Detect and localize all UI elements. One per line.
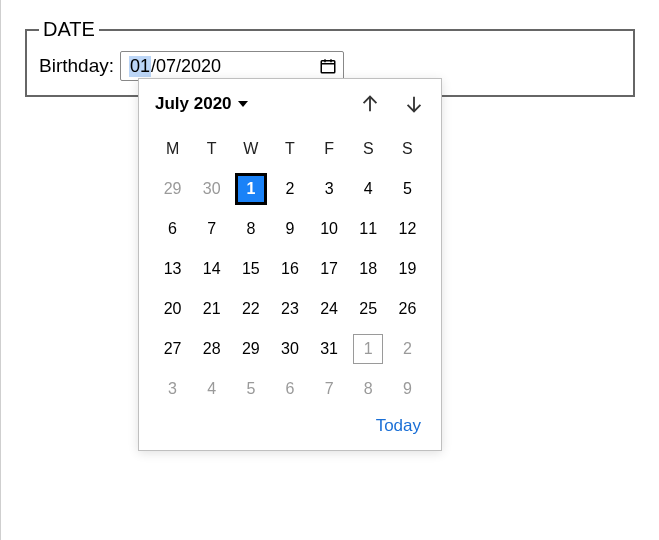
svg-rect-0 <box>321 61 335 73</box>
weekday-header: F <box>310 129 349 169</box>
calendar-day[interactable]: 14 <box>192 249 231 289</box>
birthday-label: Birthday: <box>39 55 114 77</box>
calendar-day[interactable]: 19 <box>388 249 427 289</box>
fieldset-legend: DATE <box>39 18 99 41</box>
calendar-day[interactable]: 30 <box>270 329 309 369</box>
month-nav <box>359 93 425 115</box>
calendar-day[interactable]: 2 <box>270 169 309 209</box>
weekday-header: S <box>388 129 427 169</box>
today-button[interactable]: Today <box>376 416 421 435</box>
month-year-button[interactable]: July 2020 <box>155 94 248 114</box>
calendar-day[interactable]: 4 <box>349 169 388 209</box>
calendar-grid: MTWTFSS 29301234567891011121314151617181… <box>153 129 427 409</box>
calendar-day[interactable]: 21 <box>192 289 231 329</box>
calendar-day[interactable]: 3 <box>153 369 192 409</box>
arrow-down-icon <box>403 93 425 115</box>
calendar-day[interactable]: 17 <box>310 249 349 289</box>
calendar-day[interactable]: 20 <box>153 289 192 329</box>
calendar-day[interactable]: 25 <box>349 289 388 329</box>
calendar-day[interactable]: 31 <box>310 329 349 369</box>
birthday-date-input[interactable]: 01 / 07 / 2020 <box>120 51 344 81</box>
weekday-header: M <box>153 129 192 169</box>
weekday-header: T <box>192 129 231 169</box>
calendar-day[interactable]: 3 <box>310 169 349 209</box>
date-value: 01 / 07 / 2020 <box>129 56 221 77</box>
weekday-header: T <box>270 129 309 169</box>
calendar-day[interactable]: 15 <box>231 249 270 289</box>
calendar-day[interactable]: 24 <box>310 289 349 329</box>
calendar-day[interactable]: 5 <box>231 369 270 409</box>
next-month-button[interactable] <box>403 93 425 115</box>
calendar-day[interactable]: 10 <box>310 209 349 249</box>
date-year-segment[interactable]: 2020 <box>181 56 221 77</box>
calendar-day[interactable]: 8 <box>231 209 270 249</box>
calendar-day[interactable]: 12 <box>388 209 427 249</box>
calendar-day[interactable]: 27 <box>153 329 192 369</box>
calendar-day[interactable]: 6 <box>270 369 309 409</box>
calendar-day[interactable]: 7 <box>310 369 349 409</box>
calendar-day[interactable]: 9 <box>270 209 309 249</box>
arrow-up-icon <box>359 93 381 115</box>
weekday-header: W <box>231 129 270 169</box>
weekday-header: S <box>349 129 388 169</box>
calendar-day[interactable]: 16 <box>270 249 309 289</box>
picker-header: July 2020 <box>153 93 427 117</box>
calendar-day[interactable]: 8 <box>349 369 388 409</box>
date-month-segment[interactable]: 07 <box>156 56 176 77</box>
month-year-label: July 2020 <box>155 94 232 114</box>
calendar-day[interactable]: 23 <box>270 289 309 329</box>
calendar-day[interactable]: 7 <box>192 209 231 249</box>
calendar-day[interactable]: 1 <box>231 169 270 209</box>
calendar-day[interactable]: 26 <box>388 289 427 329</box>
date-day-segment[interactable]: 01 <box>129 56 151 77</box>
calendar-icon[interactable] <box>319 57 337 75</box>
calendar-day[interactable]: 6 <box>153 209 192 249</box>
calendar-day[interactable]: 29 <box>153 169 192 209</box>
calendar-day[interactable]: 11 <box>349 209 388 249</box>
calendar-day[interactable]: 28 <box>192 329 231 369</box>
calendar-day[interactable]: 29 <box>231 329 270 369</box>
calendar-day[interactable]: 4 <box>192 369 231 409</box>
calendar-day[interactable]: 18 <box>349 249 388 289</box>
chevron-down-icon <box>238 101 248 107</box>
calendar-day[interactable]: 1 <box>349 329 388 369</box>
calendar-day[interactable]: 13 <box>153 249 192 289</box>
calendar-day[interactable]: 2 <box>388 329 427 369</box>
prev-month-button[interactable] <box>359 93 381 115</box>
calendar-day[interactable]: 5 <box>388 169 427 209</box>
date-picker-popup: July 2020 MTWTFSS 2930123456789101112131… <box>138 78 442 451</box>
calendar-day[interactable]: 22 <box>231 289 270 329</box>
calendar-day[interactable]: 9 <box>388 369 427 409</box>
calendar-day[interactable]: 30 <box>192 169 231 209</box>
picker-footer: Today <box>153 409 427 440</box>
input-row: Birthday: 01 / 07 / 2020 <box>39 51 621 81</box>
